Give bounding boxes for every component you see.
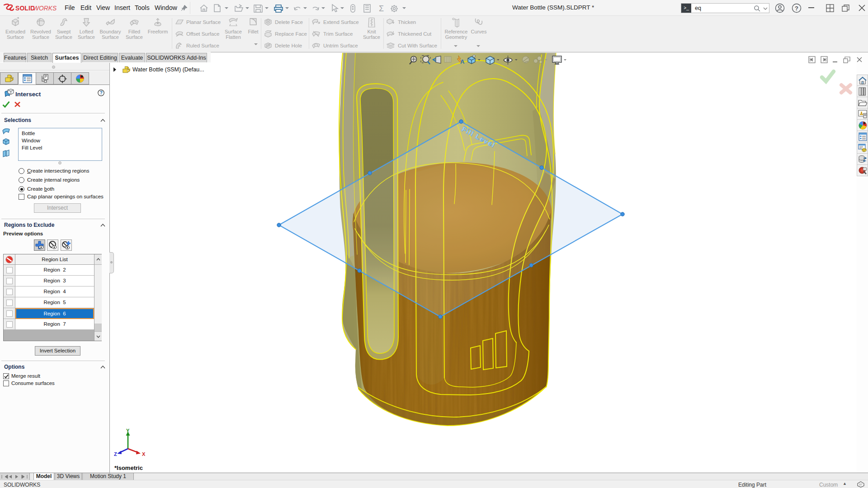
svg-text:SOLID: SOLID bbox=[15, 5, 35, 12]
svg-text:X: X bbox=[142, 451, 146, 457]
svg-text:?: ? bbox=[795, 5, 798, 12]
svg-text:Y: Y bbox=[126, 429, 130, 433]
svg-text:Σ: Σ bbox=[379, 4, 384, 13]
svg-text:Z: Z bbox=[114, 451, 117, 457]
svg-text:?: ? bbox=[100, 90, 103, 95]
svg-text:WORKS: WORKS bbox=[33, 5, 57, 12]
